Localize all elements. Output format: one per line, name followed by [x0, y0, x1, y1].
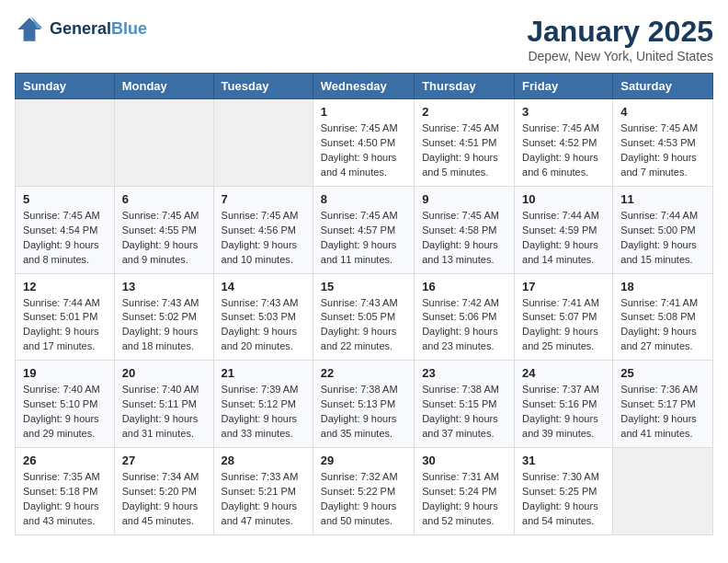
- calendar-cell: 10Sunrise: 7:44 AM Sunset: 4:59 PM Dayli…: [515, 186, 613, 273]
- day-number: 26: [23, 454, 107, 467]
- day-number: 27: [122, 454, 206, 467]
- day-number: 5: [23, 192, 107, 206]
- logo: GeneralBlue: [15, 15, 147, 44]
- cell-text: Sunrise: 7:34 AM Sunset: 5:20 PM Dayligh…: [122, 470, 206, 529]
- calendar-cell: 18Sunrise: 7:41 AM Sunset: 5:08 PM Dayli…: [613, 273, 713, 361]
- calendar-cell: 27Sunrise: 7:34 AM Sunset: 5:20 PM Dayli…: [114, 448, 213, 535]
- day-number: 25: [620, 366, 705, 380]
- weekday-header: Wednesday: [313, 74, 414, 99]
- title-block: January 2025 Depew, New York, United Sta…: [527, 15, 713, 63]
- cell-text: Sunrise: 7:40 AM Sunset: 5:10 PM Dayligh…: [23, 383, 107, 442]
- day-number: 23: [422, 366, 506, 380]
- calendar-week-row: 5Sunrise: 7:45 AM Sunset: 4:54 PM Daylig…: [16, 186, 713, 273]
- day-number: 28: [222, 454, 305, 467]
- calendar-week-row: 1Sunrise: 7:45 AM Sunset: 4:50 PM Daylig…: [16, 99, 713, 187]
- day-number: 21: [222, 366, 305, 380]
- weekday-header-row: SundayMondayTuesdayWednesdayThursdayFrid…: [16, 74, 713, 99]
- calendar: SundayMondayTuesdayWednesdayThursdayFrid…: [15, 73, 713, 535]
- calendar-cell: 25Sunrise: 7:36 AM Sunset: 5:17 PM Dayli…: [613, 361, 713, 448]
- cell-text: Sunrise: 7:37 AM Sunset: 5:16 PM Dayligh…: [522, 383, 605, 442]
- cell-text: Sunrise: 7:44 AM Sunset: 4:59 PM Dayligh…: [522, 209, 605, 268]
- day-number: 12: [23, 280, 107, 293]
- day-number: 14: [222, 280, 305, 293]
- cell-text: Sunrise: 7:45 AM Sunset: 4:54 PM Dayligh…: [23, 209, 107, 268]
- cell-text: Sunrise: 7:45 AM Sunset: 4:52 PM Dayligh…: [522, 121, 605, 180]
- day-number: 4: [620, 105, 705, 119]
- calendar-cell: 24Sunrise: 7:37 AM Sunset: 5:16 PM Dayli…: [515, 361, 613, 448]
- day-number: 19: [23, 366, 107, 380]
- cell-text: Sunrise: 7:45 AM Sunset: 4:55 PM Dayligh…: [122, 209, 206, 268]
- day-number: 22: [321, 366, 406, 380]
- calendar-cell: 6Sunrise: 7:45 AM Sunset: 4:55 PM Daylig…: [114, 186, 213, 273]
- day-number: 16: [422, 280, 506, 293]
- day-number: 11: [620, 192, 705, 206]
- calendar-week-row: 26Sunrise: 7:35 AM Sunset: 5:18 PM Dayli…: [16, 448, 713, 535]
- day-number: 30: [422, 454, 506, 467]
- day-number: 6: [122, 192, 206, 206]
- calendar-cell: 15Sunrise: 7:43 AM Sunset: 5:05 PM Dayli…: [313, 273, 414, 361]
- logo-text: GeneralBlue: [50, 20, 147, 39]
- cell-text: Sunrise: 7:38 AM Sunset: 5:15 PM Dayligh…: [422, 383, 506, 442]
- calendar-cell: 5Sunrise: 7:45 AM Sunset: 4:54 PM Daylig…: [16, 186, 115, 273]
- calendar-cell: 29Sunrise: 7:32 AM Sunset: 5:22 PM Dayli…: [313, 448, 414, 535]
- cell-text: Sunrise: 7:31 AM Sunset: 5:24 PM Dayligh…: [422, 470, 506, 529]
- calendar-cell: 16Sunrise: 7:42 AM Sunset: 5:06 PM Dayli…: [415, 273, 515, 361]
- weekday-header: Friday: [515, 74, 613, 99]
- cell-text: Sunrise: 7:45 AM Sunset: 4:58 PM Dayligh…: [422, 209, 506, 268]
- calendar-cell: 1Sunrise: 7:45 AM Sunset: 4:50 PM Daylig…: [313, 99, 414, 187]
- calendar-week-row: 19Sunrise: 7:40 AM Sunset: 5:10 PM Dayli…: [16, 361, 713, 448]
- calendar-cell: [213, 99, 313, 187]
- day-number: 15: [321, 280, 406, 293]
- cell-text: Sunrise: 7:30 AM Sunset: 5:25 PM Dayligh…: [522, 470, 605, 529]
- calendar-cell: 23Sunrise: 7:38 AM Sunset: 5:15 PM Dayli…: [415, 361, 515, 448]
- cell-text: Sunrise: 7:45 AM Sunset: 4:56 PM Dayligh…: [222, 209, 305, 268]
- cell-text: Sunrise: 7:35 AM Sunset: 5:18 PM Dayligh…: [23, 470, 107, 529]
- day-number: 1: [321, 105, 406, 119]
- cell-text: Sunrise: 7:45 AM Sunset: 4:50 PM Dayligh…: [321, 121, 406, 180]
- calendar-cell: 13Sunrise: 7:43 AM Sunset: 5:02 PM Dayli…: [114, 273, 213, 361]
- day-number: 9: [422, 192, 506, 206]
- day-number: 10: [522, 192, 605, 206]
- calendar-cell: 21Sunrise: 7:39 AM Sunset: 5:12 PM Dayli…: [213, 361, 313, 448]
- calendar-cell: [16, 99, 115, 187]
- cell-text: Sunrise: 7:42 AM Sunset: 5:06 PM Dayligh…: [422, 296, 506, 355]
- day-number: 8: [321, 192, 406, 206]
- weekday-header: Tuesday: [213, 74, 313, 99]
- calendar-cell: 7Sunrise: 7:45 AM Sunset: 4:56 PM Daylig…: [213, 186, 313, 273]
- day-number: 20: [122, 366, 206, 380]
- page-header: GeneralBlue January 2025 Depew, New York…: [15, 15, 713, 63]
- calendar-cell: [114, 99, 213, 187]
- calendar-cell: 14Sunrise: 7:43 AM Sunset: 5:03 PM Dayli…: [213, 273, 313, 361]
- cell-text: Sunrise: 7:36 AM Sunset: 5:17 PM Dayligh…: [620, 383, 705, 442]
- weekday-header: Thursday: [415, 74, 515, 99]
- cell-text: Sunrise: 7:45 AM Sunset: 4:57 PM Dayligh…: [321, 209, 406, 268]
- calendar-cell: [613, 448, 713, 535]
- cell-text: Sunrise: 7:40 AM Sunset: 5:11 PM Dayligh…: [122, 383, 206, 442]
- calendar-cell: 12Sunrise: 7:44 AM Sunset: 5:01 PM Dayli…: [16, 273, 115, 361]
- svg-marker-0: [17, 17, 41, 41]
- location: Depew, New York, United States: [527, 49, 713, 63]
- day-number: 7: [222, 192, 305, 206]
- weekday-header: Monday: [114, 74, 213, 99]
- calendar-cell: 31Sunrise: 7:30 AM Sunset: 5:25 PM Dayli…: [515, 448, 613, 535]
- calendar-cell: 4Sunrise: 7:45 AM Sunset: 4:53 PM Daylig…: [613, 99, 713, 187]
- calendar-week-row: 12Sunrise: 7:44 AM Sunset: 5:01 PM Dayli…: [16, 273, 713, 361]
- calendar-cell: 2Sunrise: 7:45 AM Sunset: 4:51 PM Daylig…: [415, 99, 515, 187]
- cell-text: Sunrise: 7:38 AM Sunset: 5:13 PM Dayligh…: [321, 383, 406, 442]
- calendar-cell: 11Sunrise: 7:44 AM Sunset: 5:00 PM Dayli…: [613, 186, 713, 273]
- calendar-cell: 19Sunrise: 7:40 AM Sunset: 5:10 PM Dayli…: [16, 361, 115, 448]
- cell-text: Sunrise: 7:41 AM Sunset: 5:08 PM Dayligh…: [620, 296, 705, 355]
- calendar-cell: 17Sunrise: 7:41 AM Sunset: 5:07 PM Dayli…: [515, 273, 613, 361]
- cell-text: Sunrise: 7:45 AM Sunset: 4:51 PM Dayligh…: [422, 121, 506, 180]
- calendar-cell: 22Sunrise: 7:38 AM Sunset: 5:13 PM Dayli…: [313, 361, 414, 448]
- cell-text: Sunrise: 7:43 AM Sunset: 5:05 PM Dayligh…: [321, 296, 406, 355]
- day-number: 2: [422, 105, 506, 119]
- month-title: January 2025: [527, 15, 713, 49]
- cell-text: Sunrise: 7:43 AM Sunset: 5:02 PM Dayligh…: [122, 296, 206, 355]
- day-number: 18: [620, 280, 705, 293]
- day-number: 31: [522, 454, 605, 467]
- weekday-header: Sunday: [16, 74, 115, 99]
- cell-text: Sunrise: 7:44 AM Sunset: 5:00 PM Dayligh…: [620, 209, 705, 268]
- cell-text: Sunrise: 7:39 AM Sunset: 5:12 PM Dayligh…: [222, 383, 305, 442]
- cell-text: Sunrise: 7:32 AM Sunset: 5:22 PM Dayligh…: [321, 470, 406, 529]
